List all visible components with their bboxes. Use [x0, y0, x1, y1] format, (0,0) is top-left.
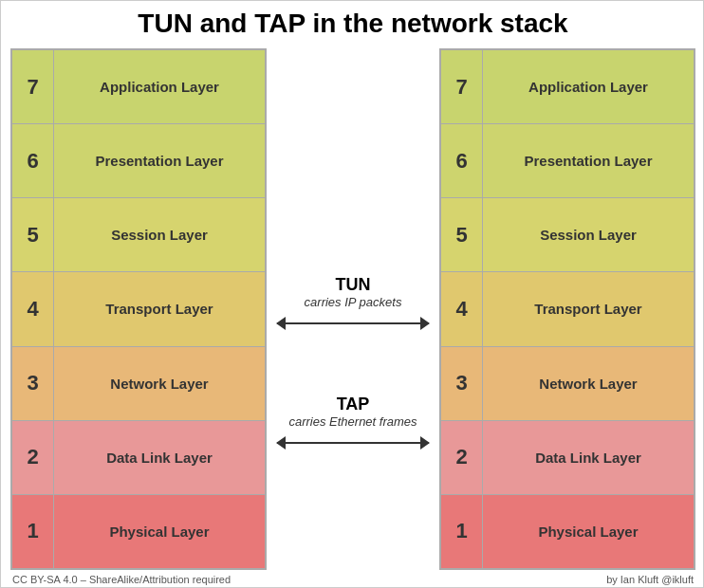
tun-sublabel: carries IP packets: [305, 295, 402, 309]
layer-name: Physical Layer: [483, 495, 694, 568]
layer-row: 7Application Layer: [441, 50, 694, 124]
tun-section: TUN carries IP packets: [277, 275, 429, 338]
layer-name: Application Layer: [483, 50, 694, 123]
layer-num: 5: [12, 198, 54, 271]
layer-num: 7: [441, 50, 483, 123]
layer-num: 6: [12, 124, 54, 197]
layer-row: 1Physical Layer: [12, 495, 265, 568]
layer-num: 1: [12, 495, 54, 568]
layer-num: 2: [441, 421, 483, 494]
footer-right: by Ian Kluft @ikluft: [606, 574, 694, 585]
layer-row: 7Application Layer: [12, 50, 265, 124]
layer-num: 2: [12, 421, 54, 494]
tap-section: TAP carries Ethernet frames: [277, 395, 429, 457]
layer-name: Presentation Layer: [54, 124, 265, 197]
layer-name: Network Layer: [54, 347, 265, 420]
layer-name: Session Layer: [483, 198, 694, 271]
layer-row: 5Session Layer: [441, 198, 694, 272]
footer-left: CC BY-SA 4.0 – ShareAlike/Attribution re…: [12, 574, 231, 585]
layer-num: 3: [12, 347, 54, 420]
main-content: 7Application Layer6Presentation Layer5Se…: [10, 48, 695, 570]
layer-num: 4: [441, 272, 483, 345]
layer-row: 6Presentation Layer: [12, 124, 265, 198]
layer-row: 6Presentation Layer: [441, 124, 694, 198]
layer-row: 1Physical Layer: [441, 495, 694, 568]
tun-label: TUN: [336, 275, 371, 295]
middle-section: TUN carries IP packets TAP carries Ether…: [267, 48, 439, 570]
layer-name: Physical Layer: [54, 495, 265, 568]
layer-num: 3: [441, 347, 483, 420]
layer-row: 3Network Layer: [441, 347, 694, 421]
tun-arrow: [277, 312, 429, 335]
layer-num: 1: [441, 495, 483, 568]
layer-name: Data Link Layer: [54, 421, 265, 494]
layer-row: 4Transport Layer: [441, 272, 694, 346]
page-title: TUN and TAP in the network stack: [10, 9, 695, 39]
footer: CC BY-SA 4.0 – ShareAlike/Attribution re…: [10, 574, 695, 585]
tun-arrow-line: [277, 322, 429, 324]
layer-num: 4: [12, 272, 54, 345]
left-stack: 7Application Layer6Presentation Layer5Se…: [10, 48, 267, 570]
layer-name: Data Link Layer: [483, 421, 694, 494]
layer-name: Session Layer: [54, 198, 265, 271]
tap-arrow: [277, 432, 429, 454]
layer-name: Transport Layer: [483, 272, 694, 345]
layer-row: 2Data Link Layer: [12, 421, 265, 495]
layer-num: 6: [441, 124, 483, 197]
layer-row: 2Data Link Layer: [441, 421, 694, 495]
tap-sublabel: carries Ethernet frames: [288, 414, 417, 429]
layer-num: 7: [12, 50, 54, 123]
layer-row: 5Session Layer: [12, 198, 265, 272]
page: TUN and TAP in the network stack 7Applic…: [1, 1, 704, 588]
layer-row: 4Transport Layer: [12, 272, 265, 346]
right-stack: 7Application Layer6Presentation Layer5Se…: [439, 48, 695, 570]
layer-name: Presentation Layer: [483, 124, 694, 197]
tap-arrow-line: [277, 442, 429, 444]
layer-num: 5: [441, 198, 483, 271]
tap-label: TAP: [337, 395, 370, 414]
layer-name: Application Layer: [54, 50, 265, 123]
layer-row: 3Network Layer: [12, 347, 265, 421]
layer-name: Transport Layer: [54, 272, 265, 345]
layer-name: Network Layer: [483, 347, 694, 420]
